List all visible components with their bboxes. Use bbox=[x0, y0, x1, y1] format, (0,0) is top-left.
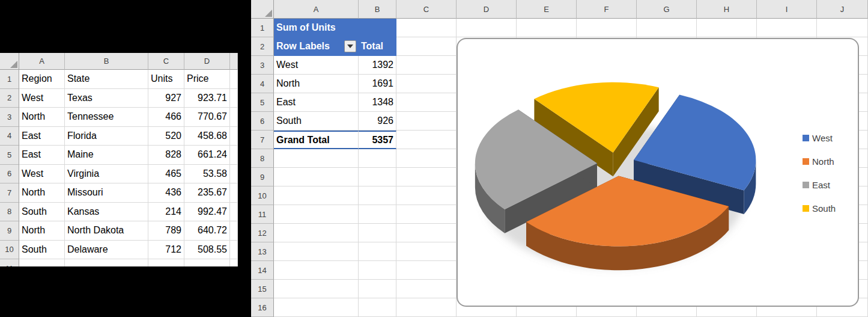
cell-c12[interactable] bbox=[396, 224, 457, 242]
column-header-a[interactable]: A bbox=[274, 0, 359, 19]
cell-c8[interactable] bbox=[396, 149, 457, 168]
cell-sliver-9[interactable] bbox=[230, 221, 238, 241]
cell-d10[interactable]: 508.55 bbox=[184, 241, 230, 260]
cell-b12[interactable] bbox=[359, 224, 396, 242]
cell-c4[interactable]: 520 bbox=[148, 127, 184, 146]
cell-b13[interactable] bbox=[359, 242, 396, 261]
pivot-row-total-east[interactable]: 1348 bbox=[359, 93, 396, 112]
row-header-9[interactable]: 9 bbox=[251, 168, 274, 186]
row-header-12[interactable]: 12 bbox=[251, 224, 274, 242]
column-header-e[interactable]: E bbox=[517, 0, 577, 19]
pivot-row-label-north[interactable]: North bbox=[274, 75, 359, 93]
pivot-row-label-east[interactable]: East bbox=[274, 93, 359, 112]
cell-b6[interactable]: Virginia bbox=[65, 165, 148, 184]
pivot-row-total-north[interactable]: 1691 bbox=[359, 75, 396, 93]
cell-c2[interactable] bbox=[396, 37, 457, 56]
cell-a11[interactable] bbox=[274, 205, 359, 224]
cell-c1[interactable] bbox=[396, 19, 457, 37]
cell-a9[interactable]: North bbox=[19, 221, 65, 241]
row-labels-filter-button[interactable] bbox=[344, 40, 356, 52]
cell-c7[interactable] bbox=[396, 131, 457, 149]
row-header-2[interactable]: 2 bbox=[0, 89, 19, 108]
row-header-1[interactable]: 1 bbox=[0, 70, 19, 89]
cell-d4[interactable]: 458.68 bbox=[184, 127, 230, 146]
cell-b15[interactable] bbox=[359, 280, 396, 298]
row-header-9[interactable]: 9 bbox=[0, 221, 19, 241]
column-header-c[interactable]: C bbox=[396, 0, 457, 19]
cell-h1[interactable] bbox=[697, 19, 757, 37]
cell-b16[interactable] bbox=[359, 298, 396, 317]
cell-b10[interactable] bbox=[359, 186, 396, 205]
cell-sliver-7[interactable] bbox=[230, 183, 238, 203]
cell-c3[interactable]: 466 bbox=[148, 108, 184, 127]
cell-a6[interactable]: West bbox=[19, 165, 65, 184]
cell-c13[interactable] bbox=[396, 242, 457, 261]
pivot-title-cell[interactable]: Sum of Units bbox=[274, 19, 396, 37]
column-header-f[interactable]: F bbox=[577, 0, 637, 19]
cell-c10[interactable]: 712 bbox=[148, 241, 184, 260]
cell-c8[interactable]: 214 bbox=[148, 203, 184, 222]
cell-c9[interactable]: 789 bbox=[148, 221, 184, 241]
cell-c5[interactable] bbox=[396, 93, 457, 112]
cell-c4[interactable] bbox=[396, 75, 457, 93]
row-header-14[interactable]: 14 bbox=[251, 261, 274, 280]
cell-a5[interactable]: East bbox=[19, 146, 65, 165]
cell-a2[interactable]: West bbox=[19, 89, 65, 108]
pivot-row-total-west[interactable]: 1392 bbox=[359, 56, 396, 75]
row-header-10[interactable]: 10 bbox=[0, 241, 19, 260]
cell-d11[interactable] bbox=[184, 259, 230, 266]
legend-item-west[interactable]: West bbox=[803, 131, 836, 144]
cell-d3[interactable]: 770.67 bbox=[184, 108, 230, 127]
cell-b10[interactable]: Delaware bbox=[65, 241, 148, 260]
cell-b8[interactable]: Kansas bbox=[65, 203, 148, 222]
cell-d8[interactable]: 992.47 bbox=[184, 203, 230, 222]
cell-c10[interactable] bbox=[396, 186, 457, 205]
row-header-3[interactable]: 3 bbox=[251, 56, 274, 75]
cell-a1[interactable]: Region bbox=[19, 70, 65, 89]
cell-c2[interactable]: 927 bbox=[148, 89, 184, 108]
row-header-13[interactable]: 13 bbox=[251, 242, 274, 261]
row-header-5[interactable]: 5 bbox=[0, 146, 19, 165]
cell-c5[interactable]: 828 bbox=[148, 146, 184, 165]
cell-a7[interactable]: North bbox=[19, 183, 65, 203]
cell-b2[interactable]: Texas bbox=[65, 89, 148, 108]
pivot-row-total-south[interactable]: 926 bbox=[359, 112, 396, 131]
row-header-11[interactable]: 11 bbox=[0, 259, 19, 266]
cell-c6[interactable] bbox=[396, 112, 457, 131]
cell-sliver-5[interactable] bbox=[230, 146, 238, 165]
cell-b14[interactable] bbox=[359, 261, 396, 280]
cell-g1[interactable] bbox=[637, 19, 697, 37]
cell-sliver-8[interactable] bbox=[230, 203, 238, 222]
column-header-d[interactable]: D bbox=[457, 0, 517, 19]
row-header-6[interactable]: 6 bbox=[251, 112, 274, 131]
pivot-row-label-south[interactable]: South bbox=[274, 112, 359, 131]
cell-sliver-10[interactable] bbox=[230, 241, 238, 260]
cell-b11[interactable] bbox=[65, 259, 148, 266]
row-header-3[interactable]: 3 bbox=[0, 108, 19, 127]
pivot-total-header[interactable]: Total bbox=[359, 37, 396, 56]
select-all-corner[interactable] bbox=[0, 53, 19, 70]
column-header-i[interactable]: I bbox=[757, 0, 817, 19]
row-header-8[interactable]: 8 bbox=[0, 203, 19, 222]
cell-sliver-1[interactable] bbox=[230, 70, 238, 89]
pivot-row-labels-header[interactable]: Row Labels bbox=[274, 37, 359, 56]
cell-a8[interactable]: South bbox=[19, 203, 65, 222]
cell-j1[interactable] bbox=[817, 19, 868, 37]
cell-c1[interactable]: Units bbox=[148, 70, 184, 89]
row-header-1[interactable]: 1 bbox=[251, 19, 274, 37]
cell-b7[interactable]: Missouri bbox=[65, 183, 148, 203]
cell-c11[interactable] bbox=[148, 259, 184, 266]
cell-b8[interactable] bbox=[359, 149, 396, 168]
row-header-7[interactable]: 7 bbox=[251, 131, 274, 149]
row-header-4[interactable]: 4 bbox=[251, 75, 274, 93]
legend-item-east[interactable]: East bbox=[803, 178, 836, 191]
cell-sliver-4[interactable] bbox=[230, 127, 238, 146]
cell-c3[interactable] bbox=[396, 56, 457, 75]
row-header-11[interactable]: 11 bbox=[251, 205, 274, 224]
cell-sliver-2[interactable] bbox=[230, 89, 238, 108]
cell-a8[interactable] bbox=[274, 149, 359, 168]
cell-d2[interactable]: 923.71 bbox=[184, 89, 230, 108]
cell-d9[interactable]: 640.72 bbox=[184, 221, 230, 241]
cell-c9[interactable] bbox=[396, 168, 457, 186]
cell-c11[interactable] bbox=[396, 205, 457, 224]
